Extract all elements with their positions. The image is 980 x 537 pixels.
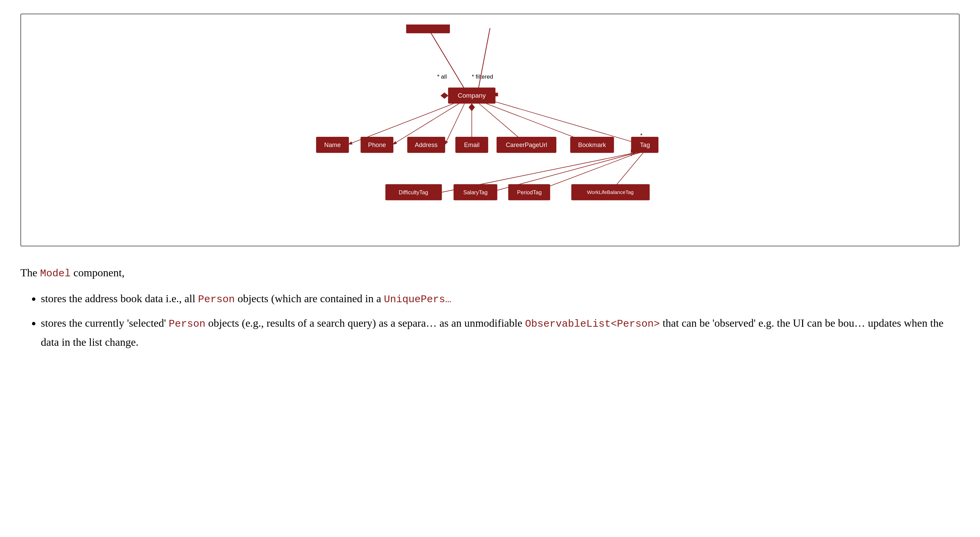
square-right (495, 92, 498, 96)
bullet-list: stores the address book data i.e., all P… (21, 289, 959, 351)
top-box (406, 24, 450, 33)
email-label: Email (464, 142, 480, 148)
phone-label: Phone (368, 142, 386, 148)
intro-paragraph: The Model component, (21, 263, 959, 282)
tag-label: Tag (640, 142, 650, 148)
intro-start: The (21, 266, 40, 279)
filtered-label: * filtered (472, 73, 493, 80)
text-section: The Model component, stores the address … (21, 263, 959, 351)
name-label: Name (324, 142, 341, 148)
person-code-2: Person (169, 318, 205, 330)
all-label: * all (437, 73, 447, 80)
company-label: Company (458, 92, 486, 99)
unique-pers-code: UniquePers… (384, 294, 451, 305)
arrow-top-left (428, 28, 468, 95)
career-label: CareerPageUrl (506, 142, 547, 148)
salary-label: SalaryTag (463, 189, 487, 195)
list-item: stores the currently 'selected' Person o… (41, 314, 959, 351)
bookmark-label: Bookmark (578, 142, 606, 148)
period-label: PeriodTag (517, 189, 542, 195)
person-code-1: Person (198, 294, 235, 305)
intro-end: component, (71, 266, 124, 279)
worklife-label: WorkLifeBalanceTag (587, 189, 633, 195)
address-label: Address (415, 142, 438, 148)
diagram-container: * all * filtered Company * (21, 14, 959, 246)
arrow-top-right (477, 28, 490, 95)
list-item: stores the address book data i.e., all P… (41, 289, 959, 308)
uml-diagram: * all * filtered Company * (35, 24, 945, 229)
difficulty-label: DifficultyTag (399, 189, 428, 195)
model-code: Model (40, 268, 71, 279)
observable-list-code: ObservableList<Person> (525, 318, 660, 330)
diamond-left (441, 92, 448, 98)
